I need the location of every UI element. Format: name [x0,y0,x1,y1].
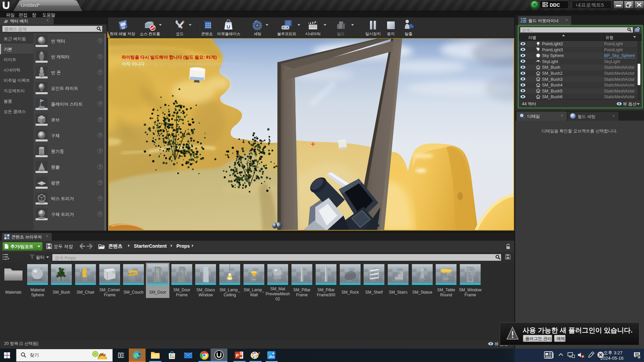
svg-text:P: P [236,353,239,358]
svg-text:3: 3 [638,356,640,359]
